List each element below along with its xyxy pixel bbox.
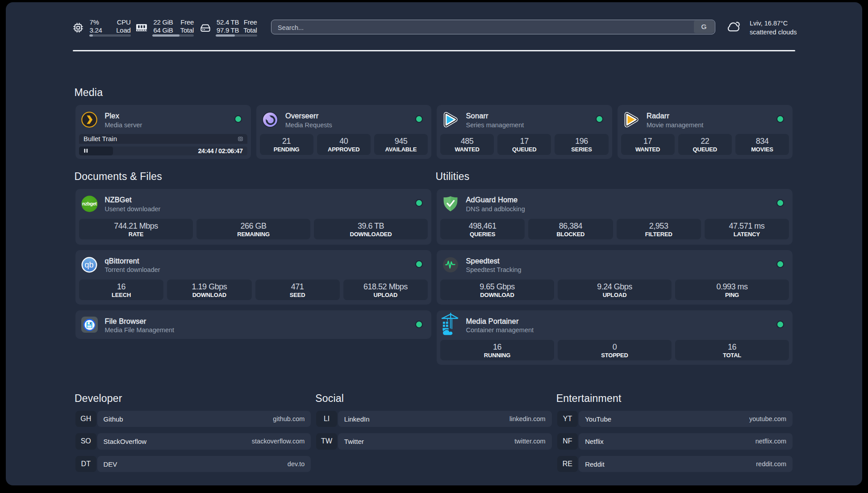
svg-text:qb: qb (85, 260, 94, 269)
svg-text:nzbget: nzbget (82, 201, 97, 206)
